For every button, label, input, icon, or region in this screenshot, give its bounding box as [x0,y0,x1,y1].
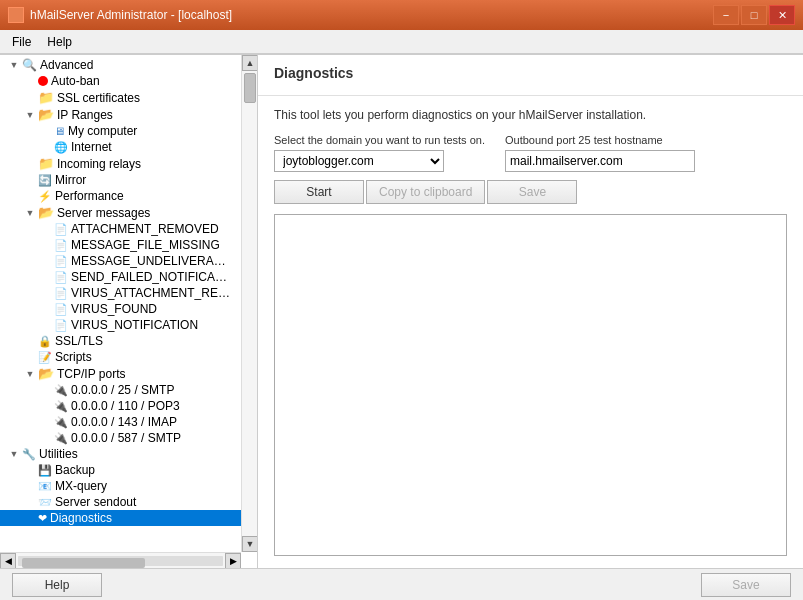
sidebar-item-virus-attach[interactable]: 📄 VIRUS_ATTACHMENT_RE… [0,285,257,301]
doc-icon: 📄 [54,319,68,332]
sidebar-item-scripts[interactable]: 📝 Scripts [0,349,257,365]
sidebar-label: Server sendout [55,495,136,509]
scroll-up-btn[interactable]: ▲ [242,55,258,71]
sidebar-label: Performance [55,189,124,203]
minimize-button[interactable]: − [713,5,739,25]
network-icon: 🌐 [54,141,68,154]
perf-icon: ⚡ [38,190,52,203]
menu-help[interactable]: Help [39,33,80,51]
panel-description: This tool lets you perform diagnostics o… [274,108,787,122]
sidebar-item-tcp-ports[interactable]: ▼ 📂 TCP/IP ports [0,365,257,382]
sidebar-label: Internet [71,140,112,154]
sidebar-item-msg-undeliv[interactable]: 📄 MESSAGE_UNDELIVERA… [0,253,257,269]
sidebar-item-incoming-relays[interactable]: 📁 Incoming relays [0,155,257,172]
sidebar-item-virus-found[interactable]: 📄 VIRUS_FOUND [0,301,257,317]
sidebar-item-attachment-removed[interactable]: 📄 ATTACHMENT_REMOVED [0,221,257,237]
spacer [24,174,36,186]
spacer [40,125,52,137]
content-panel: Diagnostics This tool lets you perform d… [258,55,803,568]
sidebar-label: Utilities [39,447,78,461]
sidebar-label: ATTACHMENT_REMOVED [71,222,219,236]
sidebar-item-smtp-25[interactable]: 🔌 0.0.0.0 / 25 / SMTP [0,382,257,398]
panel-header: Diagnostics [258,55,803,96]
doc-icon: 📄 [54,255,68,268]
spacer [24,496,36,508]
sendout-icon: 📨 [38,496,52,509]
hostname-label: Outbound port 25 test hostname [505,134,695,146]
expand-icon: ▼ [24,109,36,121]
script-icon: 📝 [38,351,52,364]
hostname-input[interactable] [505,150,695,172]
help-button[interactable]: Help [12,573,102,597]
sidebar-item-utilities[interactable]: ▼ 🔧 Utilities [0,446,257,462]
utilities-icon: 🔧 [22,448,36,461]
sidebar-item-ip-ranges[interactable]: ▼ 📂 IP Ranges [0,106,257,123]
tcp-icon: 🔌 [54,416,68,429]
sidebar-item-virus-notif[interactable]: 📄 VIRUS_NOTIFICATION [0,317,257,333]
spacer [40,416,52,428]
sidebar-item-mx-query[interactable]: 📧 MX-query [0,478,257,494]
close-button[interactable]: ✕ [769,5,795,25]
maximize-button[interactable]: □ [741,5,767,25]
sidebar-label: My computer [68,124,137,138]
computer-icon: 🖥 [54,125,65,137]
sidebar-item-imap-143[interactable]: 🔌 0.0.0.0 / 143 / IMAP [0,414,257,430]
vscroll-thumb[interactable] [244,73,256,103]
sidebar-item-my-computer[interactable]: 🖥 My computer [0,123,257,139]
sidebar-item-server-messages[interactable]: ▼ 📂 Server messages [0,204,257,221]
sidebar-item-backup[interactable]: 💾 Backup [0,462,257,478]
spacer [40,271,52,283]
sidebar-item-send-failed[interactable]: 📄 SEND_FAILED_NOTIFICA… [0,269,257,285]
sidebar-label: MESSAGE_UNDELIVERA… [71,254,226,268]
sidebar-label: Backup [55,463,95,477]
doc-icon: 📄 [54,223,68,236]
sidebar-label: 0.0.0.0 / 143 / IMAP [71,415,177,429]
hostname-group: Outbound port 25 test hostname [505,134,695,172]
domain-label: Select the domain you want to run tests … [274,134,485,146]
sidebar-item-internet[interactable]: 🌐 Internet [0,139,257,155]
expand-icon: ▼ [8,448,20,460]
sidebar: ▼ 🔍 Advanced Auto-ban 📁 SSL certificates… [0,55,258,568]
start-button[interactable]: Start [274,180,364,204]
sidebar-item-pop3-110[interactable]: 🔌 0.0.0.0 / 110 / POP3 [0,398,257,414]
copy-to-clipboard-button[interactable]: Copy to clipboard [366,180,485,204]
sidebar-item-smtp-587[interactable]: 🔌 0.0.0.0 / 587 / SMTP [0,430,257,446]
doc-icon: 📄 [54,271,68,284]
sidebar-item-mirror[interactable]: 🔄 Mirror [0,172,257,188]
action-buttons: Start Copy to clipboard Save [274,180,787,204]
ssl-icon: 🔒 [38,335,52,348]
tcp-icon: 🔌 [54,432,68,445]
spacer [24,335,36,347]
sidebar-label: Mirror [55,173,86,187]
spacer [40,432,52,444]
sidebar-item-ssl-tls[interactable]: 🔒 SSL/TLS [0,333,257,349]
spacer [24,92,36,104]
sidebar-label: SSL/TLS [55,334,103,348]
sidebar-item-msg-missing[interactable]: 📄 MESSAGE_FILE_MISSING [0,237,257,253]
domain-select[interactable]: joytoblogger.com [274,150,444,172]
sidebar-item-performance[interactable]: ⚡ Performance [0,188,257,204]
title-bar: hMailServer Administrator - [localhost] … [0,0,803,30]
doc-icon: 📄 [54,239,68,252]
menu-file[interactable]: File [4,33,39,51]
expand-icon: ▼ [24,368,36,380]
tcp-icon: 🔌 [54,384,68,397]
spacer [40,319,52,331]
spacer [40,400,52,412]
sidebar-item-autoban[interactable]: Auto-ban [0,73,257,89]
hscroll-track [18,556,223,566]
spacer [40,255,52,267]
scroll-left-btn[interactable]: ◀ [0,553,16,569]
sidebar-item-diagnostics[interactable]: ❤ Diagnostics [0,510,257,526]
sidebar-item-ssl-certs[interactable]: 📁 SSL certificates [0,89,257,106]
save-button-top[interactable]: Save [487,180,577,204]
scroll-right-btn[interactable]: ▶ [225,553,241,569]
sidebar-label: Scripts [55,350,92,364]
sidebar-item-advanced[interactable]: ▼ 🔍 Advanced [0,57,257,73]
vscroll-track [242,71,257,536]
scroll-down-btn[interactable]: ▼ [242,536,258,552]
save-button-bottom[interactable]: Save [701,573,791,597]
sidebar-vscroll: ▲ ▼ [241,55,257,552]
sidebar-item-server-sendout[interactable]: 📨 Server sendout [0,494,257,510]
window-controls: − □ ✕ [713,5,795,25]
